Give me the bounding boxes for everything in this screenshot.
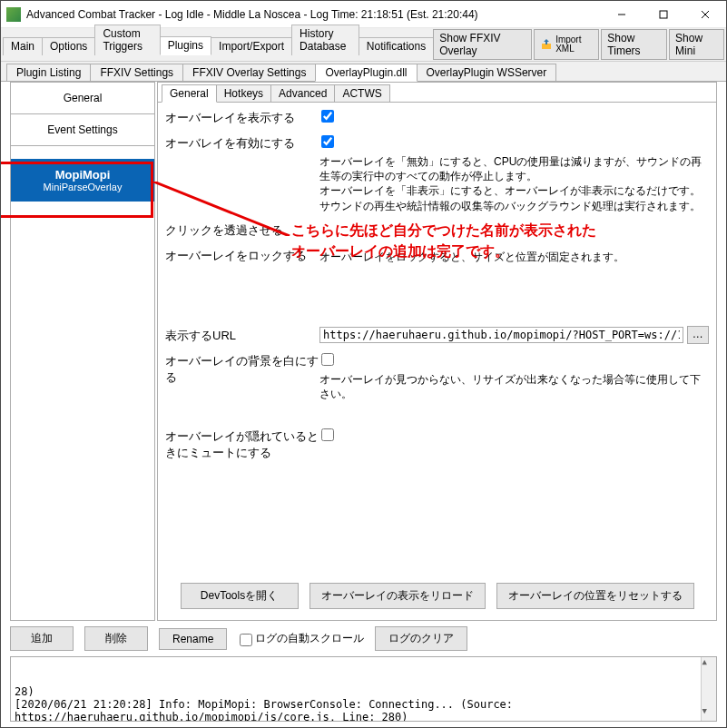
main-tab-main[interactable]: Main [3,37,43,55]
desc-enable-overlay: オーバーレイを「無効」にすると、CPUの使用量は減りますが、サウンドの再生等の実… [319,154,709,213]
scrollbar-down-icon[interactable]: ▼ [702,706,716,721]
inner-tab-actws[interactable]: ACTWS [334,84,389,102]
delete-overlay-button[interactable]: 削除 [84,626,148,651]
log-autoscroll-wrapper[interactable]: ログの自動スクロール [238,631,364,646]
plugin-sub-tabs: Plugin ListingFFXIV SettingsFFXIV Overla… [1,62,726,82]
log-text: 28) [2020/06/21 21:20:28] Info: MopiMopi… [15,685,712,722]
checkbox-enable-overlay[interactable] [321,135,334,148]
label-log-autoscroll: ログの自動スクロール [255,631,364,646]
main-tab-plugins[interactable]: Plugins [160,36,211,55]
close-button[interactable] [684,1,726,28]
overlay-settings-panel: GeneralHotkeysAdvancedACTWS オーバーレイを表示する … [157,82,717,621]
checkbox-show-overlay[interactable] [321,110,334,123]
scrollbar-up-icon[interactable]: ▲ [702,657,716,672]
log-output[interactable]: 28) [2020/06/21 21:20:28] Info: MopiMopi… [10,656,717,722]
sub-tab-ffxiv-settings[interactable]: FFXIV Settings [90,64,183,81]
overlay-action-buttons: DevToolsを開く オーバーレイの表示をリロード オーバーレイの位置をリセッ… [158,579,716,615]
desc-white-bg: オーバーレイが見つからない、リサイズが出来なくなった場合等に使用して下さい。 [319,372,709,401]
sub-tab-ffxiv-overlay-settings[interactable]: FFXIV Overlay Settings [182,64,316,81]
overlay-list-panel: General Event Settings MopiMopi MiniPars… [10,82,155,621]
plugin-body: General Event Settings MopiMopi MiniPars… [1,82,726,727]
label-show-overlay: オーバーレイを表示する [165,108,319,126]
overlay-item-title: MopiMopi [16,168,149,182]
settings-inner-tabs: GeneralHotkeysAdvancedACTWS [158,83,716,103]
label-white-bg: オーバーレイの背景を白にする [165,351,319,386]
overlay-item-type: MiniParseOverlay [16,182,149,192]
show-mini-button[interactable]: Show Mini [669,29,724,60]
checkbox-white-bg[interactable] [321,353,334,366]
inner-tab-hotkeys[interactable]: Hotkeys [216,84,271,102]
reload-overlay-button[interactable]: オーバーレイの表示をリロード [309,583,486,609]
main-tab-import-export[interactable]: Import/Export [211,37,292,55]
overlay-list-item-mopimopi[interactable]: MopiMopi MiniParseOverlay [11,159,154,202]
sub-tab-plugin-listing[interactable]: Plugin Listing [6,64,91,81]
left-tab-general[interactable]: General [11,83,154,114]
devtools-button[interactable]: DevToolsを開く [181,583,299,609]
input-url[interactable] [319,327,683,343]
annotation-text: こちらに先ほど自分でつけた名前が表示された オーバーレイの追加は完了です。 [291,220,596,261]
main-tab-custom-triggers[interactable]: Custom Triggers [94,25,160,55]
maximize-button[interactable] [643,1,684,28]
sub-tab-overlayplugin-dll[interactable]: OverlayPlugin.dll [315,64,417,82]
main-toolbar: MainOptionsCustom TriggersPluginsImport/… [1,28,726,62]
import-icon [540,38,553,51]
inner-tab-advanced[interactable]: Advanced [270,84,335,102]
main-tab-history-database[interactable]: History Database [291,25,359,55]
rename-overlay-button[interactable]: Rename [159,628,227,650]
app-window: Advanced Combat Tracker - Log Idle - Mid… [0,0,727,728]
label-enable-overlay: オーバレイを有効にする [165,133,319,152]
import-xml-label: Import XML [555,35,593,54]
sub-tab-overlayplugin-wsserver[interactable]: OverlayPlugin WSServer [417,64,557,81]
checkbox-mute-hidden[interactable] [321,428,334,441]
svg-rect-1 [660,11,667,18]
inner-tab-general[interactable]: General [162,84,217,103]
settings-form: オーバーレイを表示する オーバレイを有効にする オーバーレイを「無効」にすると、… [158,103,716,579]
reset-position-button[interactable]: オーバーレイの位置をリセットする [496,583,694,609]
label-mute-hidden: オーバーレイが隠れているときにミュートにする [165,427,319,461]
main-tab-notifications[interactable]: Notifications [359,37,434,55]
overlay-list-buttons: 追加 削除 Rename ログの自動スクロール ログのクリア [10,621,717,656]
checkbox-log-autoscroll[interactable] [240,634,252,646]
label-url: 表示するURL [165,326,319,344]
window-title: Advanced Combat Tracker - Log Idle - Mid… [26,8,601,21]
log-scrollbar[interactable]: ▲ ▼ [701,657,716,721]
minimize-button[interactable] [601,1,643,28]
show-ffxiv-overlay-button[interactable]: Show FFXIV Overlay [433,29,532,60]
log-clear-button[interactable]: ログのクリア [375,626,467,651]
import-xml-button[interactable]: Import XML [534,29,599,60]
show-timers-button[interactable]: Show Timers [601,29,667,60]
url-browse-button[interactable]: … [687,326,709,344]
add-overlay-button[interactable]: 追加 [10,626,74,651]
main-tab-options[interactable]: Options [42,37,95,55]
left-tab-event-settings[interactable]: Event Settings [11,114,154,146]
app-icon [6,7,21,22]
